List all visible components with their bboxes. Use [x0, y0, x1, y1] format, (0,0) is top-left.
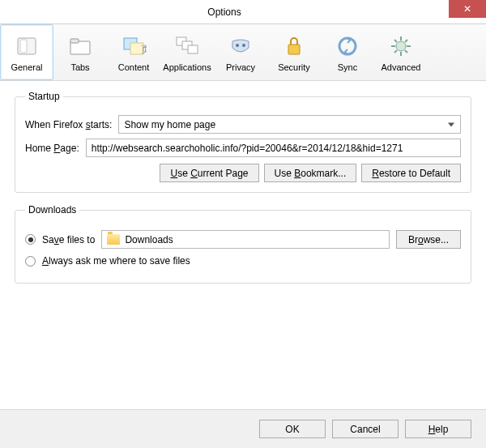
- folder-icon: [67, 33, 93, 59]
- download-path-display: Downloads: [101, 230, 390, 249]
- when-firefox-starts-select[interactable]: Show my home page: [118, 115, 461, 134]
- tab-label: Privacy: [226, 62, 255, 72]
- downloads-legend: Downloads: [25, 204, 79, 215]
- close-icon: ✕: [463, 3, 471, 15]
- startup-legend: Startup: [25, 91, 63, 102]
- content-icon: 页: [121, 33, 147, 59]
- tab-label: Advanced: [382, 62, 421, 72]
- tab-label: General: [11, 62, 42, 72]
- always-ask-radio[interactable]: [25, 256, 36, 267]
- always-ask-label: Always ask me where to save files: [42, 255, 190, 267]
- svg-point-14: [396, 41, 406, 51]
- svg-rect-1: [20, 40, 27, 53]
- tabstrip: General Tabs 页 Content Applications Priv…: [0, 24, 486, 81]
- gear-icon: [388, 33, 414, 59]
- ok-button[interactable]: OK: [259, 420, 326, 438]
- lock-icon: [281, 33, 307, 59]
- tab-tabs[interactable]: Tabs: [53, 24, 107, 80]
- svg-text:页: 页: [141, 44, 147, 55]
- tab-label: Applications: [163, 62, 211, 72]
- window-title: Options: [0, 6, 449, 18]
- download-path-text: Downloads: [125, 234, 173, 245]
- tab-label: Content: [118, 62, 150, 72]
- applications-icon: [174, 33, 200, 59]
- sync-icon: [335, 33, 360, 59]
- svg-rect-3: [70, 39, 79, 43]
- use-bookmark-button[interactable]: Use Bookmark...: [264, 164, 357, 182]
- tab-label: Tabs: [70, 62, 89, 72]
- folder-icon: [107, 234, 120, 245]
- use-current-page-button[interactable]: Use Current Page: [160, 164, 258, 182]
- tab-content[interactable]: 页 Content: [107, 24, 160, 80]
- svg-line-22: [405, 40, 407, 42]
- dialog-footer: OK Cancel Help: [0, 409, 486, 448]
- home-page-label: Home Page:: [25, 143, 79, 154]
- titlebar: Options ✕: [0, 0, 486, 24]
- when-firefox-starts-label: When Firefox starts:: [25, 119, 112, 130]
- mask-icon: [228, 33, 254, 59]
- tab-applications[interactable]: Applications: [160, 24, 214, 80]
- svg-rect-12: [288, 45, 300, 54]
- tab-sync[interactable]: Sync: [321, 24, 374, 80]
- svg-line-19: [394, 40, 397, 42]
- svg-point-10: [236, 44, 239, 47]
- svg-line-21: [394, 50, 397, 53]
- home-page-input[interactable]: [86, 139, 461, 157]
- content-area: Startup When Firefox starts: Show my hom…: [0, 81, 486, 305]
- close-button[interactable]: ✕: [449, 0, 486, 18]
- switch-icon: [14, 33, 40, 59]
- svg-point-13: [339, 38, 356, 54]
- browse-button[interactable]: Browse...: [396, 230, 461, 249]
- svg-point-11: [242, 44, 245, 47]
- svg-rect-9: [188, 45, 198, 53]
- downloads-group: Downloads Save files to Downloads Browse…: [15, 204, 471, 284]
- tab-security[interactable]: Security: [267, 24, 321, 80]
- restore-default-button[interactable]: Restore to Default: [361, 164, 461, 182]
- svg-line-20: [405, 50, 407, 53]
- tab-label: Security: [278, 62, 310, 72]
- save-files-to-label: Save files to: [42, 234, 95, 245]
- tab-privacy[interactable]: Privacy: [214, 24, 267, 80]
- tab-general[interactable]: General: [0, 24, 53, 80]
- help-button[interactable]: Help: [405, 420, 471, 438]
- startup-group: Startup When Firefox starts: Show my hom…: [15, 91, 471, 193]
- tab-label: Sync: [338, 62, 357, 72]
- tab-advanced[interactable]: Advanced: [374, 24, 428, 80]
- cancel-button[interactable]: Cancel: [332, 420, 399, 438]
- save-files-to-radio[interactable]: [25, 234, 36, 245]
